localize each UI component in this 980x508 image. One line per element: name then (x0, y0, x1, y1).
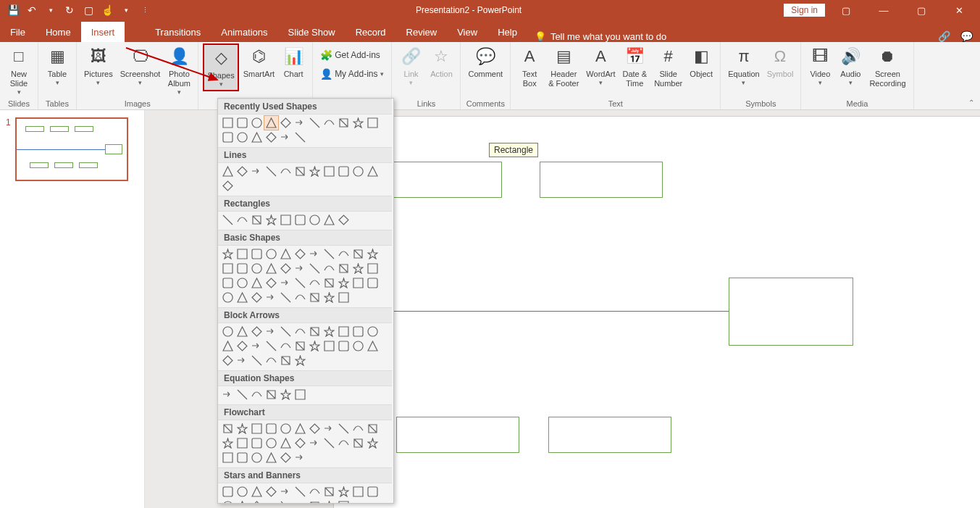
shapes-gallery-scroll[interactable]: Recently Used ShapesLinesRectanglesBasic… (218, 99, 393, 503)
shape-gallery-item[interactable] (308, 213, 322, 227)
shape-gallery-item[interactable] (264, 165, 278, 178)
shape-gallery-item[interactable] (351, 276, 365, 290)
shape-gallery-item[interactable] (322, 276, 336, 290)
shape-gallery-item[interactable] (322, 213, 336, 227)
shape-gallery-item[interactable] (250, 422, 264, 436)
shape-gallery-item[interactable] (322, 262, 336, 275)
shape-gallery-item[interactable] (250, 130, 264, 144)
shape-gallery-item[interactable] (337, 436, 351, 450)
shape-gallery-item[interactable] (221, 325, 235, 338)
shape-gallery-item[interactable] (250, 213, 264, 227)
shape-gallery-item[interactable] (279, 388, 293, 401)
shape-gallery-item[interactable] (235, 388, 249, 401)
video-button[interactable]: 🎞Video▾ (805, 43, 834, 88)
shape-gallery-item[interactable] (250, 354, 264, 367)
shape-gallery-item[interactable] (351, 247, 365, 261)
shape-gallery-item[interactable] (221, 276, 235, 290)
shape-gallery-item[interactable] (264, 388, 278, 401)
shape-rectangle[interactable] (540, 162, 663, 198)
table-button[interactable]: ▦Table▾ (43, 43, 72, 88)
smartart-button[interactable]: ⌬SmartArt (240, 43, 277, 80)
shape-gallery-item[interactable] (366, 116, 380, 130)
shape-gallery-item[interactable] (264, 499, 278, 503)
shape-gallery-item[interactable] (221, 436, 235, 450)
shape-gallery-item[interactable] (293, 130, 307, 144)
shape-gallery-item[interactable] (337, 325, 351, 338)
tell-me-search[interactable]: 💡 Tell me what you want to do (527, 31, 674, 42)
shape-gallery-item[interactable] (293, 436, 307, 450)
shape-gallery-item[interactable] (308, 262, 322, 275)
shape-gallery-item[interactable] (221, 130, 235, 144)
shape-gallery-item[interactable] (366, 339, 380, 353)
shape-gallery-item[interactable] (279, 354, 293, 367)
shape-gallery-item[interactable] (308, 276, 322, 290)
shape-gallery-item[interactable] (337, 499, 351, 503)
slide-1-thumbnail[interactable] (15, 117, 128, 181)
tab-animations[interactable]: Animations (211, 22, 277, 42)
shape-gallery-item[interactable] (322, 339, 336, 353)
shapes-button[interactable]: ◇Shapes▾ (203, 43, 238, 91)
shape-gallery-item[interactable] (337, 247, 351, 261)
shape-gallery-item[interactable] (337, 422, 351, 436)
shape-rectangle[interactable] (379, 162, 502, 198)
my-add-ins-button[interactable]: 👤My Add-ins ▾ (317, 67, 387, 81)
shape-gallery-item[interactable] (264, 354, 278, 367)
shape-gallery-item[interactable] (279, 485, 293, 499)
shape-gallery-item[interactable] (264, 451, 278, 465)
shape-gallery-item[interactable] (250, 262, 264, 275)
shape-gallery-item[interactable] (351, 436, 365, 450)
header--footer-button[interactable]: ▤Header& Footer (545, 43, 582, 90)
shape-gallery-item[interactable] (250, 325, 264, 338)
shape-gallery-item[interactable] (337, 165, 351, 178)
shape-gallery-item[interactable] (366, 276, 380, 290)
shape-gallery-item[interactable] (250, 436, 264, 450)
shape-gallery-item[interactable] (264, 436, 278, 450)
shape-gallery-item[interactable] (293, 325, 307, 338)
shape-gallery-item[interactable] (250, 276, 264, 290)
shape-gallery-item[interactable] (308, 436, 322, 450)
shape-gallery-item[interactable] (250, 388, 264, 401)
shape-gallery-item[interactable] (279, 339, 293, 353)
close-button[interactable]: ✕ (942, 0, 976, 20)
start-from-beginning-button[interactable]: ▢ (80, 1, 97, 19)
comment-button[interactable]: 💬Comment (465, 43, 506, 80)
shape-gallery-item[interactable] (293, 485, 307, 499)
shape-gallery-item[interactable] (235, 291, 249, 304)
shape-gallery-item[interactable] (235, 116, 249, 130)
new-slide-button[interactable]: □NewSlide▾ (4, 43, 33, 98)
shape-gallery-item[interactable] (366, 325, 380, 338)
slide-thumbnail-pane[interactable]: 1 (0, 110, 145, 508)
tab-home[interactable]: Home (35, 22, 81, 42)
shape-gallery-item[interactable] (308, 116, 322, 130)
shape-gallery-item[interactable] (366, 485, 380, 499)
shape-gallery-item[interactable] (250, 291, 264, 304)
screen-recording-button[interactable]: ⏺ScreenRecording (866, 43, 908, 90)
shape-gallery-item[interactable] (279, 130, 293, 144)
shape-gallery-item[interactable] (264, 276, 278, 290)
comments-button[interactable]: 💬 (960, 30, 973, 42)
slide-canvas[interactable] (333, 116, 980, 508)
shape-gallery-item[interactable] (264, 262, 278, 275)
shape-gallery-item[interactable] (293, 276, 307, 290)
shape-gallery-item[interactable] (293, 247, 307, 261)
shape-gallery-item[interactable] (221, 485, 235, 499)
shape-gallery-item[interactable] (351, 165, 365, 178)
shape-gallery-item[interactable] (308, 485, 322, 499)
shape-gallery-item[interactable] (293, 213, 307, 227)
tab-design[interactable] (125, 33, 145, 42)
shape-gallery-item[interactable] (250, 339, 264, 353)
maximize-button[interactable]: ▢ (905, 0, 938, 20)
shape-gallery-item[interactable] (322, 422, 336, 436)
shape-gallery-item[interactable] (308, 165, 322, 178)
shape-gallery-item[interactable] (366, 422, 380, 436)
shape-gallery-item[interactable] (351, 116, 365, 130)
shape-gallery-item[interactable] (279, 422, 293, 436)
shape-gallery-item[interactable] (293, 116, 307, 130)
shape-gallery-item[interactable] (322, 291, 336, 304)
minimize-button[interactable]: — (867, 0, 900, 20)
shape-gallery-item[interactable] (337, 291, 351, 304)
slide-number-button[interactable]: #SlideNumber (651, 43, 685, 90)
shape-gallery-item[interactable] (351, 262, 365, 275)
date--time-button[interactable]: 📅Date &Time (620, 43, 650, 90)
shape-gallery-item[interactable] (293, 422, 307, 436)
